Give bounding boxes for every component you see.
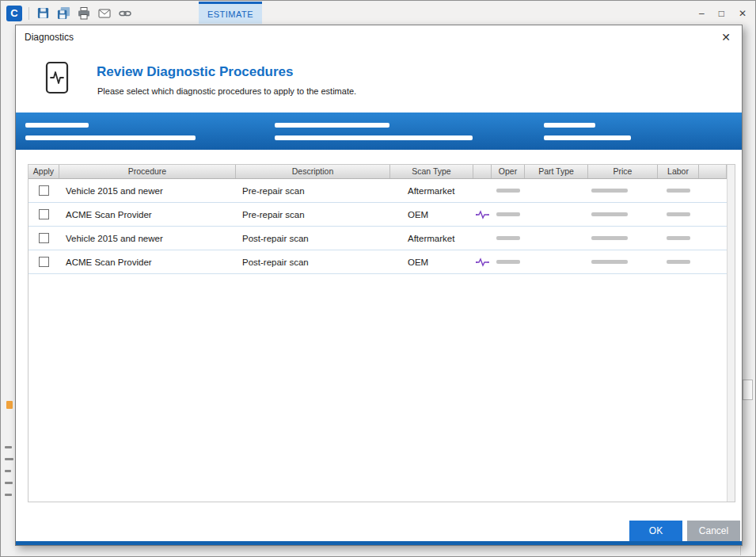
scan-type-cell: Aftermarket xyxy=(390,186,473,196)
application-window: C ESTIMATE – □ ✕ xyxy=(0,0,756,557)
col-header-spacer xyxy=(699,165,727,178)
tab-estimate[interactable]: ESTIMATE xyxy=(199,2,262,24)
description-cell: Post-repair scan xyxy=(236,258,390,267)
banner-field-redacted xyxy=(25,135,196,140)
dialog-bottom-accent xyxy=(16,541,742,545)
app-toolbar: C ESTIMATE – □ ✕ xyxy=(2,2,754,25)
scan-type-cell: Aftermarket xyxy=(390,234,473,243)
banner-field-redacted xyxy=(544,123,595,128)
save-as-icon[interactable] xyxy=(55,6,71,21)
scan-type-cell: OEM xyxy=(390,210,473,219)
price-value-redacted xyxy=(588,260,658,264)
table-scrollbar[interactable] xyxy=(727,165,735,502)
labor-value-redacted xyxy=(658,260,699,264)
page-subtitle: Please select which diagnostic procedure… xyxy=(97,86,356,96)
window-controls: – □ ✕ xyxy=(699,2,747,25)
save-icon[interactable] xyxy=(35,6,51,21)
oper-value-redacted xyxy=(492,236,525,240)
banner-field-redacted xyxy=(275,123,389,128)
col-header-procedure: Procedure xyxy=(59,165,236,178)
waveform-icon xyxy=(473,258,492,267)
oper-value-redacted xyxy=(492,260,525,264)
waveform-icon xyxy=(473,210,492,219)
col-header-description: Description xyxy=(236,165,390,178)
labor-value-redacted xyxy=(658,212,699,216)
banner-field-redacted xyxy=(275,135,473,140)
labor-value-redacted xyxy=(658,236,699,240)
diagnostic-procedures-table: Apply Procedure Description Scan Type Op… xyxy=(28,164,735,502)
col-header-apply: Apply xyxy=(28,165,59,178)
apply-checkbox[interactable] xyxy=(39,233,49,243)
col-header-oper: Oper xyxy=(492,165,525,178)
link-icon[interactable] xyxy=(117,6,133,21)
dialog-title: Diagnostics xyxy=(25,32,74,43)
page-title: Review Diagnostic Procedures xyxy=(97,64,293,80)
app-logo-icon: C xyxy=(6,6,22,21)
background-warning-fragment xyxy=(6,401,13,409)
price-value-redacted xyxy=(588,212,658,216)
scan-type-cell: OEM xyxy=(390,258,473,267)
diagnostic-scan-icon xyxy=(44,61,70,99)
vehicle-info-banner xyxy=(16,113,742,150)
col-header-scan-type: Scan Type xyxy=(390,165,473,178)
apply-checkbox[interactable] xyxy=(39,257,49,267)
apply-checkbox[interactable] xyxy=(39,185,49,196)
table-row[interactable]: ACME Scan Provider Post-repair scan OEM xyxy=(28,250,727,274)
table-row[interactable]: Vehicle 2015 and newer Pre-repair scan A… xyxy=(28,179,727,203)
table-row[interactable]: ACME Scan Provider Pre-repair scan OEM xyxy=(28,203,727,227)
ok-button[interactable]: OK xyxy=(629,521,682,541)
minimize-button[interactable]: – xyxy=(699,8,705,19)
labor-value-redacted xyxy=(658,189,699,193)
tab-estimate-label: ESTIMATE xyxy=(207,10,253,19)
oper-value-redacted xyxy=(492,189,525,193)
background-window-left-fragment xyxy=(2,25,15,555)
dialog-close-button[interactable]: ✕ xyxy=(719,30,733,44)
price-value-redacted xyxy=(588,189,658,193)
procedure-cell: ACME Scan Provider xyxy=(59,258,236,267)
maximize-button[interactable]: □ xyxy=(719,8,724,19)
procedure-cell: Vehicle 2015 and newer xyxy=(59,234,236,243)
cancel-button[interactable]: Cancel xyxy=(687,521,740,541)
toolbar-divider xyxy=(28,7,29,20)
procedure-cell: Vehicle 2015 and newer xyxy=(59,186,236,196)
col-header-part-type: Part Type xyxy=(525,165,588,178)
price-value-redacted xyxy=(588,236,658,240)
diagnostics-dialog: Diagnostics ✕ Review Diagnostic Procedur… xyxy=(15,25,743,546)
description-cell: Pre-repair scan xyxy=(236,210,390,219)
col-header-price: Price xyxy=(588,165,658,178)
banner-field-redacted xyxy=(25,123,89,128)
description-cell: Pre-repair scan xyxy=(236,186,390,196)
col-header-labor: Labor xyxy=(658,165,699,178)
banner-field-redacted xyxy=(544,135,631,140)
email-icon[interactable] xyxy=(97,6,112,21)
oper-value-redacted xyxy=(492,212,525,216)
dialog-footer: OK Cancel xyxy=(629,521,740,541)
table-header-row: Apply Procedure Description Scan Type Op… xyxy=(28,165,727,179)
procedure-cell: ACME Scan Provider xyxy=(59,210,236,219)
background-scrollbar-fragment xyxy=(743,380,753,400)
print-icon[interactable] xyxy=(76,6,92,21)
apply-checkbox[interactable] xyxy=(39,209,49,219)
description-cell: Post-repair scan xyxy=(236,234,390,243)
window-close-button[interactable]: ✕ xyxy=(739,8,747,19)
col-header-icon xyxy=(473,165,492,178)
table-row[interactable]: Vehicle 2015 and newer Post-repair scan … xyxy=(28,227,727,250)
